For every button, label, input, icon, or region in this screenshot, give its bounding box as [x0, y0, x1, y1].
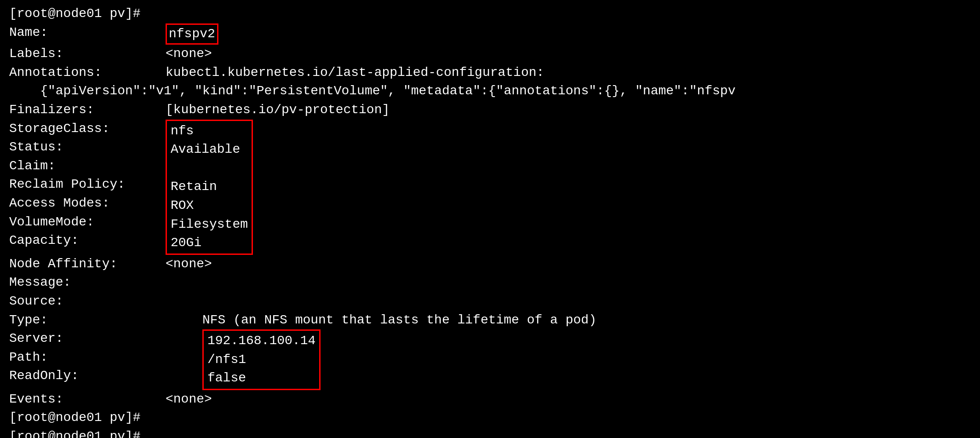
status-label: Status:	[9, 138, 166, 157]
storage-block: StorageClass: Status: Claim: Reclaim Pol…	[9, 120, 971, 255]
finalizers-label: Finalizers:	[9, 101, 166, 120]
volumemode-label: VolumeMode:	[9, 213, 166, 232]
source-type-value: NFS (an NFS mount that lasts the lifetim…	[202, 311, 596, 330]
volumemode-value: Filesystem	[171, 215, 248, 234]
prompt3-line: [root@node01 pv]#	[9, 427, 971, 438]
storageclass-value: nfs	[171, 122, 248, 141]
command-text	[141, 6, 149, 21]
source-type-label: Type:	[9, 311, 202, 330]
name-box: nfspv2	[166, 23, 218, 45]
nodeaffinity-row: Node Affinity: <none>	[9, 255, 971, 274]
status-value: Available	[171, 140, 248, 159]
source-readonly-value: false	[207, 369, 315, 388]
annotations-label: Annotations:	[9, 63, 166, 82]
source-path-value: /nfs1	[207, 351, 315, 369]
volumemode-row: VolumeMode:	[9, 213, 166, 232]
labels-value: <none>	[166, 45, 212, 63]
claim-row: Claim:	[9, 157, 166, 176]
capacity-value: 20Gi	[171, 234, 248, 253]
prompt2: [root@node01 pv]#	[9, 410, 141, 425]
annotations-row: Annotations: kubectl.kubernetes.io/last-…	[9, 63, 971, 82]
source-path-row: Path:	[9, 348, 202, 367]
storageclass-label: StorageClass:	[9, 120, 166, 138]
source-server-label: Server:	[9, 329, 202, 348]
terminal: [root@node01 pv]# Name: nfspv2 Labels: <…	[9, 5, 971, 438]
source-label: Source:	[9, 292, 166, 311]
source-readonly-row: ReadOnly:	[9, 367, 202, 386]
source-path-label: Path:	[9, 348, 202, 367]
status-row: Status:	[9, 138, 166, 157]
finalizers-value: [kubernetes.io/pv-protection]	[166, 101, 390, 120]
source-readonly-label: ReadOnly:	[9, 367, 202, 386]
command-line: [root@node01 pv]#	[9, 5, 971, 23]
accessmodes-value: ROX	[171, 196, 248, 215]
accessmodes-label: Access Modes:	[9, 194, 166, 213]
message-label: Message:	[9, 273, 166, 292]
events-label: Events:	[9, 390, 166, 409]
source-row: Source:	[9, 292, 971, 311]
accessmodes-row: Access Modes:	[9, 194, 166, 213]
name-label: Name:	[9, 23, 166, 42]
storage-labels: StorageClass: Status: Claim: Reclaim Pol…	[9, 120, 166, 250]
source-type-row: Type: NFS (an NFS mount that lasts the l…	[9, 311, 971, 330]
prompt: [root@node01 pv]#	[9, 6, 141, 21]
annotations-value1: kubectl.kubernetes.io/last-applied-confi…	[166, 63, 544, 82]
storageclass-row: StorageClass:	[9, 120, 166, 138]
events-value: <none>	[166, 390, 212, 409]
annotations-value2: {"apiVersion":"v1", "kind":"PersistentVo…	[9, 84, 735, 98]
claim-value	[171, 159, 248, 178]
events-row: Events: <none>	[9, 390, 971, 409]
source-server-row: Server:	[9, 329, 202, 348]
capacity-label: Capacity:	[9, 231, 166, 250]
labels-label: Labels:	[9, 45, 166, 63]
message-row: Message:	[9, 273, 971, 292]
nodeaffinity-label: Node Affinity:	[9, 255, 166, 274]
reclaim-value: Retain	[171, 178, 248, 196]
source-values-box: 192.168.100.14 /nfs1 false	[202, 329, 321, 390]
reclaim-label: Reclaim Policy:	[9, 175, 166, 194]
claim-label: Claim:	[9, 157, 166, 176]
prompt2-line: [root@node01 pv]#	[9, 409, 971, 427]
source-labels: Server: Path: ReadOnly:	[9, 329, 202, 386]
prompt3: [root@node01 pv]#	[9, 429, 141, 438]
source-server-value: 192.168.100.14	[207, 332, 315, 351]
nodeaffinity-value: <none>	[166, 255, 212, 274]
labels-row: Labels: <none>	[9, 45, 971, 63]
name-row: Name: nfspv2	[9, 23, 971, 45]
annotations-row2: {"apiVersion":"v1", "kind":"PersistentVo…	[9, 82, 971, 101]
name-value: nfspv2	[166, 23, 218, 45]
reclaim-row: Reclaim Policy:	[9, 175, 166, 194]
source-block: Server: Path: ReadOnly: 192.168.100.14 /…	[9, 329, 971, 390]
finalizers-row: Finalizers: [kubernetes.io/pv-protection…	[9, 101, 971, 120]
capacity-row: Capacity:	[9, 231, 166, 250]
storage-values-box: nfs Available Retain ROX Filesystem 20Gi	[166, 120, 253, 255]
